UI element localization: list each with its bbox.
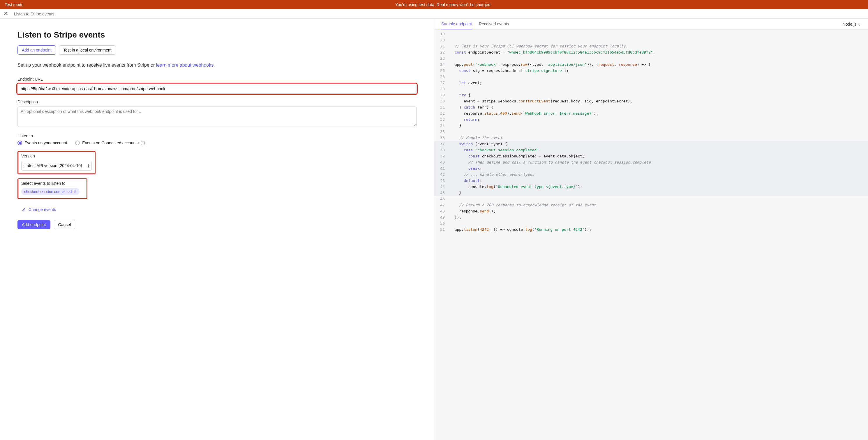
code-line: 45 } xyxy=(434,190,868,196)
radio-label: Events on Connected accounts xyxy=(82,141,138,145)
breadcrumb-title: Listen to Stripe events xyxy=(14,12,55,16)
code-content xyxy=(448,86,452,92)
code-line: 28 xyxy=(434,86,868,92)
line-number: 47 xyxy=(434,202,448,208)
radio-events-your-account[interactable]: Events on your account xyxy=(18,141,67,145)
code-content xyxy=(448,37,452,43)
code-line: 29 try { xyxy=(434,92,868,98)
code-line: 49 }); xyxy=(434,214,868,220)
code-content: // ... handle other event types xyxy=(448,171,534,177)
line-number: 49 xyxy=(434,214,448,220)
code-line: 41 break; xyxy=(434,165,868,171)
line-number: 43 xyxy=(434,177,448,183)
code-content: let event; xyxy=(448,80,482,86)
code-line: 40 // Then define and call a function to… xyxy=(434,159,868,165)
line-number: 29 xyxy=(434,92,448,98)
code-editor[interactable]: 19 20 21 // This is your Stripe CLI webh… xyxy=(434,30,868,440)
radio-icon xyxy=(18,141,22,145)
test-mode-banner: Test mode You're using test data. Real m… xyxy=(0,0,868,9)
code-line: 51 app.listen(4242, () => console.log('R… xyxy=(434,227,868,233)
code-line: 50 xyxy=(434,220,868,227)
endpoint-url-input[interactable] xyxy=(18,84,416,94)
code-content: // Then define and call a function to ha… xyxy=(448,159,651,165)
select-events-label: Select events to listen to xyxy=(21,181,84,185)
line-number: 26 xyxy=(434,74,448,80)
line-number: 35 xyxy=(434,129,448,135)
line-number: 21 xyxy=(434,43,448,49)
close-icon[interactable] xyxy=(3,11,8,16)
code-line: 32 response.status(400).send(`Webhook Er… xyxy=(434,110,868,116)
endpoint-url-label: Endpoint URL xyxy=(18,77,416,81)
radio-icon xyxy=(75,141,80,145)
code-content: } catch (err) { xyxy=(448,104,493,110)
cancel-button[interactable]: Cancel xyxy=(54,220,75,229)
add-endpoint-button[interactable]: Add endpoint xyxy=(18,220,51,229)
code-line: 42 // ... handle other event types xyxy=(434,171,868,177)
line-number: 22 xyxy=(434,49,448,55)
code-line: 35 xyxy=(434,129,868,135)
code-content: const checkoutSessionCompleted = event.d… xyxy=(448,153,585,159)
line-number: 46 xyxy=(434,196,448,202)
event-chip: checkout.session.completed ✕ xyxy=(21,188,80,195)
code-line: 19 xyxy=(434,31,868,37)
code-content: } xyxy=(448,123,461,129)
line-number: 39 xyxy=(434,153,448,159)
info-icon[interactable]: i xyxy=(141,141,145,145)
line-number: 44 xyxy=(434,183,448,190)
language-select[interactable]: Node.js ⌄ xyxy=(843,22,861,27)
line-number: 31 xyxy=(434,104,448,110)
code-content: // Handle the event xyxy=(448,135,502,141)
code-line: 39 const checkoutSessionCompleted = even… xyxy=(434,153,868,159)
version-label: Version xyxy=(21,154,92,158)
tab-received-events[interactable]: Received events xyxy=(479,19,509,29)
code-line: 34 } xyxy=(434,123,868,129)
code-line: 25 const sig = request.headers['stripe-s… xyxy=(434,68,868,74)
radio-label: Events on your account xyxy=(25,141,67,145)
code-content: // This is your Stripe CLI webhook secre… xyxy=(448,43,628,49)
code-content xyxy=(448,129,452,135)
line-number: 25 xyxy=(434,68,448,74)
line-number: 23 xyxy=(434,55,448,61)
line-number: 34 xyxy=(434,123,448,129)
code-content: console.log(`Unhandled event type ${even… xyxy=(448,183,582,190)
line-number: 38 xyxy=(434,147,448,153)
code-content: default: xyxy=(448,177,482,183)
radio-events-connected-accounts[interactable]: Events on Connected accounts i xyxy=(75,141,145,145)
code-line: 26 xyxy=(434,74,868,80)
code-content: app.post('/webhook', express.raw({type: … xyxy=(448,61,651,68)
change-events-link[interactable]: Change events xyxy=(18,207,416,212)
code-line: 48 response.send(); xyxy=(434,208,868,214)
line-number: 42 xyxy=(434,171,448,177)
banner-message: You're using test data. Real money won't… xyxy=(24,2,863,7)
code-line: 46 xyxy=(434,196,868,202)
remove-chip-icon[interactable]: ✕ xyxy=(73,190,76,194)
code-line: 33 return; xyxy=(434,116,868,123)
code-line: 27 let event; xyxy=(434,80,868,86)
line-number: 48 xyxy=(434,208,448,214)
code-line: 31 } catch (err) { xyxy=(434,104,868,110)
learn-more-link[interactable]: learn more about webhooks xyxy=(156,63,214,68)
language-label: Node.js xyxy=(843,22,856,27)
intro-prefix: Set up your webhook endpoint to receive … xyxy=(18,63,156,68)
description-input[interactable] xyxy=(18,106,416,127)
page-title: Listen to Stripe events xyxy=(18,30,416,40)
tab-sample-endpoint[interactable]: Sample endpoint xyxy=(441,19,472,29)
line-number: 27 xyxy=(434,80,448,86)
test-local-tab-button[interactable]: Test in a local environment xyxy=(59,45,116,55)
intro-suffix: . xyxy=(214,63,215,68)
line-number: 41 xyxy=(434,165,448,171)
add-endpoint-tab-button[interactable]: Add an endpoint xyxy=(18,45,56,55)
line-number: 33 xyxy=(434,116,448,123)
code-content xyxy=(448,220,452,227)
line-number: 37 xyxy=(434,141,448,147)
code-line: 44 console.log(`Unhandled event type ${e… xyxy=(434,183,868,190)
line-number: 51 xyxy=(434,227,448,233)
code-line: 36 // Handle the event xyxy=(434,135,868,141)
code-line: 37 switch (event.type) { xyxy=(434,141,868,147)
code-content: try { xyxy=(448,92,470,98)
code-panel: Sample endpoint Received events Node.js … xyxy=(434,19,868,440)
code-line: 38 case 'checkout.session.completed': xyxy=(434,147,868,153)
version-select[interactable]: Latest API version (2024-04-10) xyxy=(21,161,92,171)
line-number: 45 xyxy=(434,190,448,196)
code-content: // Return a 200 response to acknowledge … xyxy=(448,202,596,208)
